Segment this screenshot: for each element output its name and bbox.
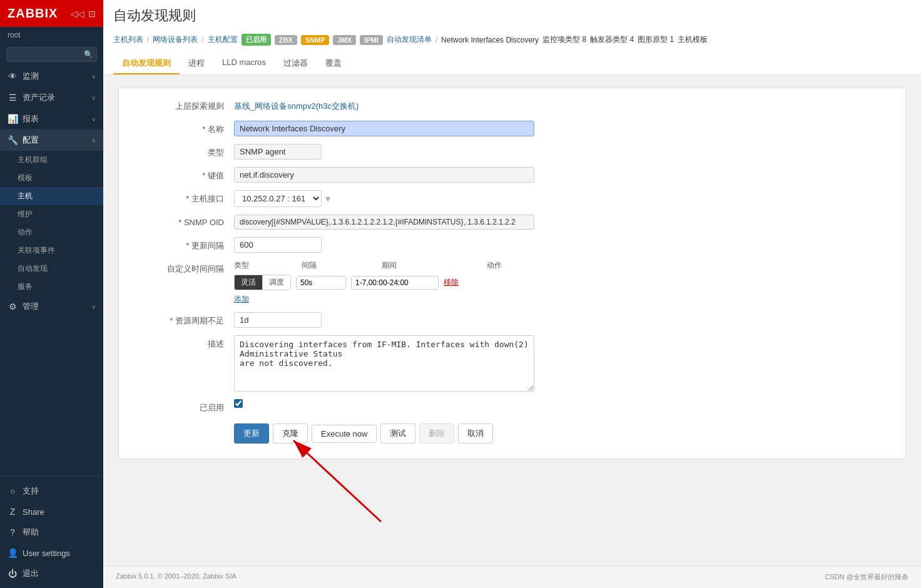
sidebar-item-support[interactable]: ○ 支持 [0, 480, 103, 502]
sidebar-item-host-groups[interactable]: 主机群组 [0, 151, 103, 169]
sidebar-item-user-settings[interactable]: 👤 User settings [0, 543, 103, 563]
name-input[interactable] [234, 121, 534, 136]
sidebar-item-admin[interactable]: ⚙ 管理 ∨ [0, 296, 103, 317]
interface-select[interactable]: 10.252.0.27 : 161 [234, 190, 322, 207]
zbx-tag[interactable]: ZBX [275, 35, 297, 45]
sidebar-item-reports[interactable]: 📊 报表 ∨ [0, 108, 103, 129]
interval-remove-link[interactable]: 移除 [444, 277, 459, 288]
interval-add-row: 添加 [234, 294, 890, 305]
update-interval-label: * 更新间隔 [134, 237, 234, 251]
footer: Zabbix 5.0.1. © 2001–2020, Zabbix SIA CS… [103, 565, 921, 588]
breadcrumb-host-template: 主机模板 [678, 34, 708, 45]
key-label: * 键值 [134, 167, 234, 181]
sidebar-item-share[interactable]: Z Share [0, 502, 103, 522]
jmx-tag[interactable]: JMX [333, 35, 356, 45]
breadcrumb-sep1: / [147, 36, 149, 44]
enabled-row: 已启用 [134, 399, 890, 413]
keep-lost-input[interactable] [234, 312, 322, 328]
tab-process[interactable]: 进程 [180, 53, 213, 74]
expand-icon[interactable]: ⊡ [88, 9, 96, 19]
sidebar-item-services[interactable]: 服务 [0, 278, 103, 296]
search-icon: 🔍 [84, 50, 93, 59]
logout-icon: ⏻ [8, 569, 18, 579]
sidebar-item-label: 报表 [23, 113, 86, 124]
interval-value-input[interactable] [296, 276, 346, 290]
sidebar-item-actions[interactable]: 动作 [0, 223, 103, 241]
sidebar-item-help[interactable]: ? 帮助 [0, 522, 103, 543]
interval-schedule-btn[interactable]: 调度 [263, 275, 290, 290]
update-button[interactable]: 更新 [234, 423, 269, 444]
enabled-tag[interactable]: 已启用 [242, 34, 271, 46]
sidebar-sub-label: 主机 [18, 191, 33, 201]
keep-lost-label: * 资源周期不足 [134, 312, 234, 327]
interval-period-input[interactable] [351, 276, 439, 290]
sidebar-sub-label: 模板 [18, 173, 33, 183]
sidebar-item-hosts[interactable]: 主机 [0, 187, 103, 205]
test-button[interactable]: 测试 [380, 423, 415, 444]
breadcrumb-sep2: / [201, 36, 203, 44]
logo-icons: ◁◁ ⊡ [71, 9, 96, 19]
sidebar-item-assets[interactable]: ☰ 资产记录 ∨ [0, 87, 103, 108]
interval-header: 类型 间隔 期间 动作 [234, 260, 890, 271]
help-icon: ? [8, 527, 18, 537]
update-interval-row: * 更新间隔 [134, 237, 890, 253]
interface-dropdown-icon[interactable]: ▾ [325, 193, 330, 205]
snmp-oid-row: * SNMP OID discovery[{#SNMPVALUE},.1.3.6… [134, 215, 890, 230]
tab-lld-macros[interactable]: LLD macros [213, 53, 275, 74]
sidebar-bottom: ○ 支持 Z Share ? 帮助 👤 User settings ⏻ 退出 [0, 476, 103, 588]
top-header: 自动发现规则 主机列表 / 网络设备列表 / 主机配置 已启用 ZBX SNMP… [103, 0, 921, 75]
enabled-checkbox[interactable] [234, 399, 243, 408]
enabled-label: 已启用 [134, 399, 234, 413]
breadcrumb-current: Network Interfaces Discovery [441, 36, 539, 44]
monitoring-icon: 👁 [8, 71, 18, 81]
breadcrumb-host-link3[interactable]: 主机配置 [208, 34, 238, 45]
keep-lost-row: * 资源周期不足 [134, 312, 890, 328]
breadcrumb-discovery-link[interactable]: 自动发现清单 [387, 34, 432, 45]
breadcrumb-host-link2[interactable]: 网络设备列表 [153, 34, 198, 45]
type-row: 类型 SNMP agent [134, 144, 890, 160]
clone-button[interactable]: 克隆 [273, 423, 308, 444]
snmp-oid-value: discovery[{#SNMPVALUE},.1.3.6.1.2.1.2.2.… [234, 215, 534, 230]
sidebar-item-templates[interactable]: 模板 [0, 169, 103, 187]
footer-attribution: CSDN @全世界最好的辣条 [825, 572, 908, 582]
sidebar-sub-label: 自动发现 [18, 263, 48, 274]
breadcrumb-host-link[interactable]: 主机列表 [113, 34, 143, 45]
sidebar-item-config[interactable]: 🔧 配置 ∧ [0, 129, 103, 151]
cancel-button[interactable]: 取消 [458, 423, 493, 444]
delete-button[interactable]: 删除 [419, 423, 454, 444]
share-icon: Z [8, 507, 18, 517]
ipmi-tag[interactable]: IPMI [360, 35, 383, 45]
interface-controls: 10.252.0.27 : 161 ▾ [234, 190, 330, 207]
update-interval-input[interactable] [234, 237, 322, 253]
sidebar-sub-label: 维护 [18, 209, 33, 220]
sidebar-item-auto-discovery[interactable]: 自动发现 [0, 260, 103, 278]
sidebar-logo: ZABBIX ◁◁ ⊡ [0, 0, 103, 27]
add-interval-link[interactable]: 添加 [234, 295, 249, 303]
tab-filters[interactable]: 过滤器 [275, 53, 317, 74]
upper-rule-value[interactable]: 基线_网络设备snmpv2(h3c交换机) [234, 101, 359, 112]
snmp-tag[interactable]: SNMP [301, 35, 330, 45]
sub-tabs: 自动发现规则 进程 LLD macros 过滤器 覆盖 [113, 53, 911, 74]
interval-flexible-btn[interactable]: 灵活 [235, 275, 263, 290]
breadcrumb-trigger-type: 触发器类型 4 [590, 34, 634, 45]
tab-overrides[interactable]: 覆盖 [317, 53, 350, 74]
key-input[interactable] [234, 167, 534, 183]
tab-auto-discovery-rule[interactable]: 自动发现规则 [113, 53, 180, 74]
sidebar-item-maintenance[interactable]: 维护 [0, 205, 103, 223]
sidebar-item-monitoring[interactable]: 👁 监测 ∨ [0, 66, 103, 87]
sidebar-item-label: 退出 [23, 568, 96, 579]
sidebar-sub-label: 主机群组 [18, 155, 48, 165]
chevron-down-icon: ∨ [91, 73, 96, 80]
sidebar-nav: 👁 监测 ∨ ☰ 资产记录 ∨ 📊 报表 ∨ 🔧 配置 ∧ 主机群组 模板 主机 [0, 66, 103, 476]
sidebar-item-logout[interactable]: ⏻ 退出 [0, 563, 103, 584]
breadcrumb: 主机列表 / 网络设备列表 / 主机配置 已启用 ZBX SNMP JMX IP… [113, 30, 911, 49]
execute-now-button[interactable]: Execute now [312, 425, 377, 443]
name-row: * 名称 [134, 121, 890, 136]
type-value: SNMP agent [234, 144, 322, 160]
description-textarea[interactable]: Discovering interfaces from IF-MIB. Inte… [234, 335, 534, 392]
description-row: 描述 Discovering interfaces from IF-MIB. I… [134, 335, 890, 392]
collapse-icon[interactable]: ◁◁ [71, 9, 84, 19]
sidebar-user: root [0, 27, 103, 43]
sidebar-search: 🔍 [0, 43, 103, 66]
sidebar-item-corr-events[interactable]: 关联项事件 [0, 241, 103, 260]
